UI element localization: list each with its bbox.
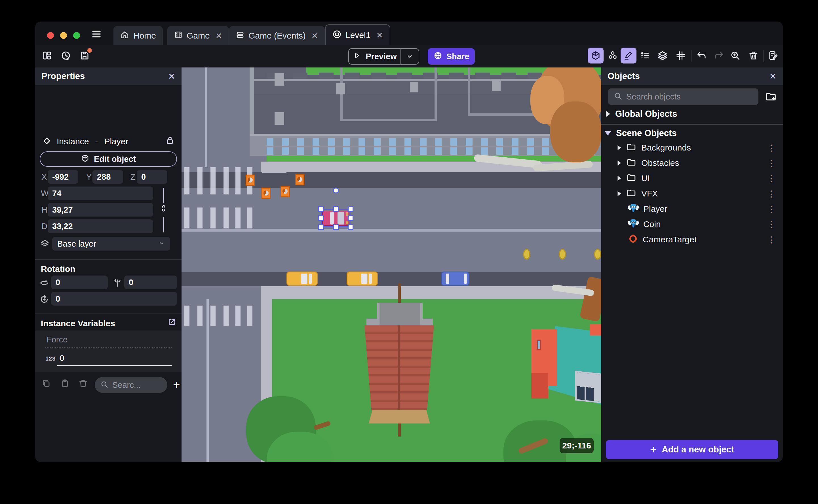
hamburger-menu-icon[interactable] <box>91 28 102 41</box>
crosswalk-bar <box>197 167 202 194</box>
redo-button[interactable] <box>711 48 727 63</box>
objects-search-input[interactable] <box>626 92 753 101</box>
coin-instance[interactable] <box>594 249 601 260</box>
zoom-in-icon[interactable] <box>727 48 743 63</box>
scene-objects-group[interactable]: Scene Objects <box>605 128 677 138</box>
paste-icon[interactable] <box>60 379 70 389</box>
delete-button[interactable] <box>745 48 761 63</box>
rotation-z-field[interactable] <box>51 292 177 306</box>
history-icon[interactable] <box>58 48 74 63</box>
edit-tool-toggle[interactable] <box>621 48 637 63</box>
objects-blocks-icon[interactable] <box>605 48 621 63</box>
close-icon[interactable]: ✕ <box>769 71 777 82</box>
folder-row-backgrounds[interactable]: Backgrounds ⋮ <box>601 140 783 155</box>
variables-search[interactable] <box>95 377 167 393</box>
unlock-icon[interactable] <box>165 135 175 146</box>
open-external-icon[interactable] <box>167 317 176 328</box>
crate-instance[interactable] <box>246 175 255 186</box>
z-field[interactable] <box>137 170 167 184</box>
x-field[interactable] <box>48 170 78 184</box>
close-icon[interactable]: ✕ <box>376 31 382 40</box>
resize-handle-e[interactable] <box>348 215 353 221</box>
orange-tree-instance[interactable] <box>550 101 601 162</box>
preview-button[interactable]: Preview <box>348 48 419 65</box>
blue-car-instance[interactable] <box>441 272 470 286</box>
resize-handle-w[interactable] <box>318 215 324 221</box>
window-close-button[interactable] <box>47 32 54 39</box>
coin-instance[interactable] <box>523 249 531 260</box>
kebab-menu-icon[interactable]: ⋮ <box>767 158 775 168</box>
add-new-object-button[interactable]: + Add a new object <box>606 440 778 459</box>
object-row-coin[interactable]: Coin ⋮ <box>601 217 783 232</box>
folder-row-obstacles[interactable]: Obstacles ⋮ <box>601 155 783 171</box>
crate-instance[interactable] <box>280 186 289 197</box>
save-icon[interactable] <box>77 48 92 63</box>
window-zoom-button[interactable] <box>73 32 80 39</box>
tab-game[interactable]: Game ✕ <box>167 26 229 45</box>
scene-properties-icon[interactable] <box>765 48 781 63</box>
tower-cap[interactable] <box>377 303 423 327</box>
instances-list-icon[interactable] <box>637 48 653 63</box>
kebab-menu-icon[interactable]: ⋮ <box>767 189 775 199</box>
grid-icon[interactable] <box>673 48 689 63</box>
tab-game-events[interactable]: Game (Events) ✕ <box>229 26 325 45</box>
player-car-instance[interactable] <box>322 211 349 226</box>
share-button[interactable]: Share <box>428 48 475 65</box>
object-row-cameratarget[interactable]: CameraTarget ⋮ <box>601 232 783 247</box>
resize-handle-ne[interactable] <box>348 206 353 212</box>
variable-name[interactable]: Force <box>46 335 67 344</box>
tab-home[interactable]: Home <box>113 26 163 45</box>
yellow-car-instance[interactable] <box>346 272 378 286</box>
crate-instance[interactable] <box>295 174 304 185</box>
trash-icon[interactable] <box>78 379 88 389</box>
d-field[interactable] <box>48 219 153 233</box>
variable-value[interactable]: 0 <box>60 353 64 363</box>
close-icon[interactable]: ✕ <box>215 31 222 41</box>
objects-search[interactable] <box>608 88 758 105</box>
object-row-player[interactable]: Player ⋮ <box>601 201 783 217</box>
close-icon[interactable]: ✕ <box>311 31 318 41</box>
kebab-menu-icon[interactable]: ⋮ <box>767 219 775 229</box>
tab-level1[interactable]: Level1 ✕ <box>325 24 390 45</box>
undo-button[interactable] <box>694 48 710 63</box>
resize-handle-se[interactable] <box>348 224 353 230</box>
layer-select[interactable]: Base layer <box>52 237 170 251</box>
w-field[interactable] <box>48 187 153 200</box>
window-minimize-button[interactable] <box>60 32 67 39</box>
scene-canvas[interactable]: 29;-116 <box>181 67 601 462</box>
yellow-car-instance[interactable] <box>286 272 318 286</box>
facade-windows-row <box>267 147 601 155</box>
kebab-menu-icon[interactable]: ⋮ <box>767 204 775 214</box>
rotation-x-field[interactable] <box>51 276 108 289</box>
copy-icon[interactable] <box>41 379 51 389</box>
kebab-menu-icon[interactable]: ⋮ <box>767 143 775 153</box>
edit-object-button[interactable]: Edit object <box>40 151 177 167</box>
h-field[interactable] <box>48 203 153 217</box>
resize-handle-n[interactable] <box>333 206 339 212</box>
panels-layout-icon[interactable] <box>39 48 55 63</box>
view-3d-toggle[interactable] <box>588 48 604 63</box>
car-window <box>337 212 344 225</box>
kebab-menu-icon[interactable]: ⋮ <box>767 173 775 183</box>
variables-search-input[interactable] <box>112 380 162 390</box>
folder-row-vfx[interactable]: VFX ⋮ <box>601 186 783 201</box>
add-variable-button[interactable]: + <box>173 378 180 392</box>
preview-dropdown-button[interactable] <box>400 49 419 64</box>
rotate-z-icon <box>39 294 49 306</box>
add-folder-icon[interactable] <box>765 91 777 103</box>
resize-handle-s[interactable] <box>333 224 339 230</box>
y-field[interactable] <box>92 170 123 184</box>
kebab-menu-icon[interactable]: ⋮ <box>767 235 775 245</box>
rotation-y-field[interactable] <box>124 276 177 289</box>
camera-target-icon <box>628 234 638 246</box>
global-objects-group[interactable]: Global Objects <box>606 109 677 119</box>
coin-instance[interactable] <box>559 249 566 260</box>
crate-instance[interactable] <box>261 188 270 199</box>
rotate-handle[interactable] <box>333 188 339 193</box>
resize-handle-sw[interactable] <box>318 224 324 230</box>
link-chain-icon[interactable] <box>159 204 168 214</box>
close-icon[interactable]: ✕ <box>168 71 175 82</box>
folder-row-ui[interactable]: UI ⋮ <box>601 171 783 186</box>
layers-icon[interactable] <box>655 48 671 63</box>
resize-handle-nw[interactable] <box>318 206 324 212</box>
